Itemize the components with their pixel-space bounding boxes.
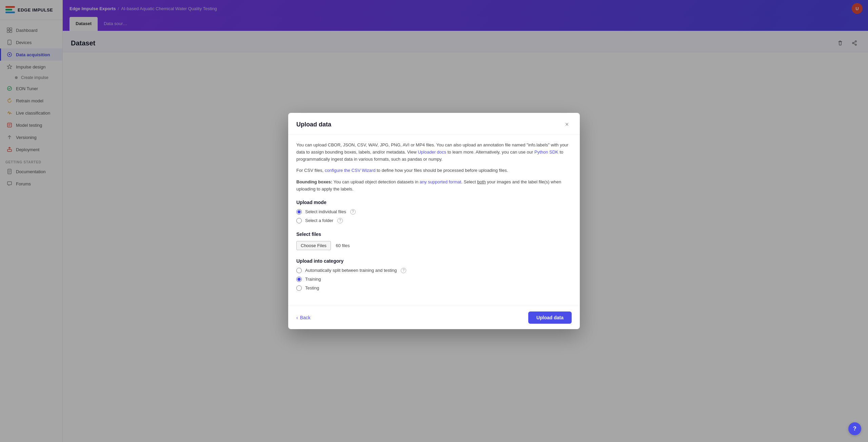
radio-testing-input[interactable]: [296, 285, 302, 291]
upload-data-button[interactable]: Upload data: [528, 312, 572, 324]
python-sdk-link[interactable]: Python SDK: [534, 149, 558, 155]
bbox-text-pre: You can upload object detection datasets…: [332, 179, 419, 184]
bbox-note: Bounding boxes: You can upload object de…: [296, 179, 572, 193]
csv-note: For CSV files, configure the CSV Wizard …: [296, 167, 572, 174]
modal-overlay[interactable]: Upload data × You can upload CBOR, JSON,…: [0, 0, 868, 442]
file-count: 60 files: [336, 243, 350, 248]
back-chevron-icon: ‹: [296, 315, 298, 320]
radio-testing-label: Testing: [305, 285, 319, 290]
upload-modal: Upload data × You can upload CBOR, JSON,…: [288, 113, 580, 329]
bbox-format-link[interactable]: any supported format: [419, 179, 461, 184]
info-paragraph: You can upload CBOR, JSON, CSV, WAV, JPG…: [296, 142, 572, 163]
radio-training-input[interactable]: [296, 277, 302, 282]
folder-help-icon: ?: [337, 218, 343, 223]
upload-category-label: Upload into category: [296, 258, 572, 264]
modal-close-button[interactable]: ×: [562, 120, 572, 129]
bbox-label: Bounding boxes:: [296, 179, 332, 184]
bbox-text-end: . Select: [461, 179, 477, 184]
select-files-label: Select files: [296, 232, 572, 237]
radio-individual-input[interactable]: [296, 209, 302, 215]
individual-help-icon: ?: [350, 209, 356, 215]
modal-title: Upload data: [296, 121, 331, 128]
radio-auto-split-input[interactable]: [296, 268, 302, 273]
modal-header: Upload data ×: [288, 113, 580, 135]
auto-split-help-icon: ?: [401, 268, 406, 273]
radio-training-label: Training: [305, 277, 321, 282]
upload-mode-label: Upload mode: [296, 200, 572, 205]
radio-folder-label: Select a folder: [305, 218, 333, 223]
modal-body: You can upload CBOR, JSON, CSV, WAV, JPG…: [288, 135, 580, 306]
help-icon: ?: [853, 426, 856, 432]
radio-folder[interactable]: Select a folder ?: [296, 218, 572, 223]
csv-wizard-link[interactable]: configure the CSV Wizard: [325, 168, 376, 173]
info-text-mid: to learn more. Alternatively, you can us…: [446, 149, 534, 155]
upload-category-group: Automatically split between training and…: [296, 268, 572, 291]
choose-files-button[interactable]: Choose Files: [296, 241, 331, 250]
radio-auto-split[interactable]: Automatically split between training and…: [296, 268, 572, 273]
csv-note-end: to define how your files should be proce…: [375, 168, 508, 173]
radio-individual-label: Select individual files: [305, 209, 346, 214]
bbox-both-text: both: [477, 179, 486, 184]
help-bubble[interactable]: ?: [848, 422, 861, 435]
uploader-docs-link[interactable]: Uploader docs: [418, 149, 446, 155]
back-label: Back: [300, 315, 311, 320]
radio-folder-input[interactable]: [296, 218, 302, 223]
radio-training[interactable]: Training: [296, 277, 572, 282]
back-button[interactable]: ‹ Back: [296, 312, 311, 323]
upload-mode-group: Select individual files ? Select a folde…: [296, 209, 572, 223]
radio-testing[interactable]: Testing: [296, 285, 572, 291]
modal-footer: ‹ Back Upload data: [288, 306, 580, 329]
csv-note-pre: For CSV files,: [296, 168, 325, 173]
select-files-section: Select files Choose Files 60 files: [296, 232, 572, 250]
file-chooser-row: Choose Files 60 files: [296, 241, 572, 250]
radio-auto-split-label: Automatically split between training and…: [305, 268, 397, 273]
radio-individual-files[interactable]: Select individual files ?: [296, 209, 572, 215]
